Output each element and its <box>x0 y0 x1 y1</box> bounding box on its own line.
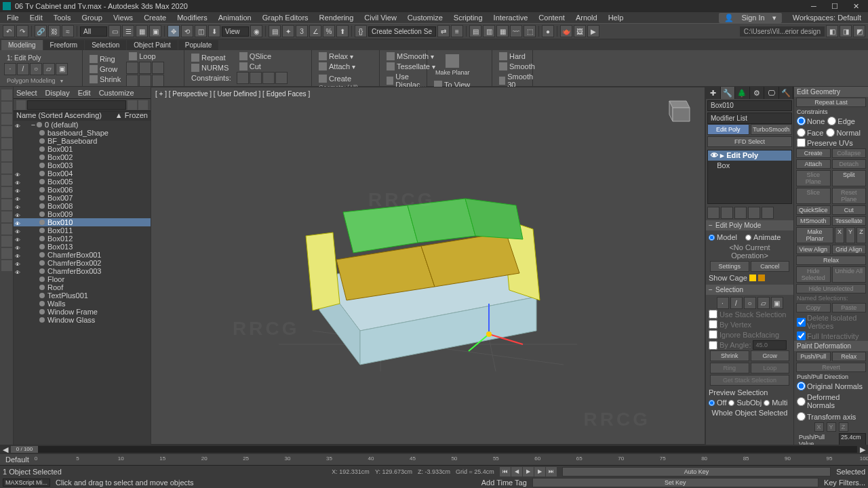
delisovert-check[interactable] <box>797 318 806 327</box>
stack-unique-button[interactable] <box>734 207 747 219</box>
ffdselect-preset-button[interactable]: FFD Select <box>707 136 792 147</box>
model-radio[interactable] <box>709 235 715 241</box>
extra2-button[interactable]: ◨ <box>840 25 852 37</box>
leftbtn-3[interactable] <box>1 114 12 125</box>
eg-slice-button[interactable]: Slice <box>796 188 831 204</box>
eg-gridalign-button[interactable]: Grid Align <box>832 245 867 254</box>
leftbtn-15[interactable] <box>1 260 12 271</box>
constraint-none-button[interactable] <box>237 72 249 84</box>
sel-grow-button[interactable]: Grow <box>751 350 790 361</box>
sel-loop-button[interactable]: Loop <box>751 363 790 373</box>
prevsel-subobj[interactable] <box>728 400 734 406</box>
redo-button[interactable]: ↷ <box>16 25 28 37</box>
eg-viewalign-button[interactable]: View Align <box>796 245 831 254</box>
eg-resetplane-button[interactable]: Reset Plane <box>832 188 867 204</box>
select-button[interactable]: ▭ <box>108 25 121 37</box>
leftbtn-14[interactable] <box>1 248 12 259</box>
eg-msmooth-button[interactable]: MSmooth <box>796 216 831 226</box>
stack-config-button[interactable] <box>762 207 774 219</box>
prev-frame-button[interactable]: ◀ <box>511 467 522 476</box>
relax-button[interactable]: Relax▾ <box>316 52 358 61</box>
sel-vertex-button[interactable]: · <box>717 297 729 309</box>
menu-arnold[interactable]: Arnold <box>570 14 603 22</box>
sel-edge-button[interactable]: / <box>730 297 743 309</box>
scene-view-icon[interactable] <box>138 100 148 110</box>
schematic-button[interactable]: ⬚ <box>524 25 536 37</box>
leftbtn-12[interactable] <box>1 224 12 235</box>
extra3-button[interactable]: ◩ <box>853 25 865 37</box>
placement-button[interactable]: ⬇ <box>208 25 220 37</box>
menu-edit[interactable]: Edit <box>24 14 48 22</box>
tree-item-ChamferBox001[interactable]: ChamferBox001 <box>14 251 151 259</box>
turbosmooth-preset-button[interactable]: TurboSmooth <box>751 124 793 135</box>
render-setup-button[interactable]: 🫖 <box>560 25 572 37</box>
manipulate-button[interactable]: ✦ <box>282 25 294 37</box>
tree-item-Window-Frame[interactable]: Window Frame <box>14 308 151 316</box>
tab-freeform[interactable]: Freeform <box>43 40 85 50</box>
window-crossing-button[interactable]: ▣ <box>149 25 161 37</box>
viewport[interactable]: [ + ] [ Perspective ] [ User Defined ] [… <box>151 87 705 445</box>
select-rect-button[interactable]: ▦ <box>136 25 148 37</box>
cage-color2[interactable] <box>758 274 765 281</box>
coord-z[interactable]: Z: -3.933cm <box>418 468 450 475</box>
nurms-button[interactable]: NURMS <box>189 63 234 73</box>
menu-animation[interactable]: Animation <box>213 14 257 22</box>
loop-button[interactable]: Loop <box>126 52 164 61</box>
percent-snap-button[interactable]: % <box>323 25 335 37</box>
modsel6-button[interactable] <box>152 75 164 87</box>
angle-snap-button[interactable]: ∠ <box>309 25 321 37</box>
curve-editor-button[interactable]: 〰 <box>510 25 522 37</box>
menu-scripting[interactable]: Scripting <box>448 14 488 22</box>
viewport-label[interactable]: [ + ] [ Perspective ] [ User Defined ] [… <box>155 90 310 98</box>
cmd-motion-tab[interactable]: ⚙ <box>750 87 765 99</box>
toggle-layer-button[interactable]: ▥ <box>483 25 495 37</box>
stack-editpoly[interactable]: 👁 ▸ Edit Poly <box>708 150 791 161</box>
eg-relax-button[interactable]: Relax <box>796 256 866 265</box>
cons-face[interactable] <box>797 128 806 137</box>
modifier-list-dropdown[interactable]: Modifier List <box>707 113 792 124</box>
cancel-button[interactable]: Cancel <box>751 261 790 272</box>
tree-item-Floor[interactable]: Floor <box>14 275 151 283</box>
menu-tools[interactable]: Tools <box>48 14 77 22</box>
hard-button[interactable]: Hard <box>496 52 538 61</box>
pushpull-button[interactable]: Push/Pull <box>796 352 831 361</box>
autokey-button[interactable]: Auto Key <box>562 467 831 476</box>
tree-item-Box009[interactable]: Box009 <box>14 210 151 218</box>
object-name-field[interactable]: Box010 <box>707 100 792 111</box>
leftbtn-11[interactable] <box>1 211 12 222</box>
pivot-button[interactable]: ◉ <box>250 25 262 37</box>
tree-item-Box008[interactable]: Box008 <box>14 202 151 210</box>
toggle-explorer-button[interactable]: ▤ <box>469 25 481 37</box>
makeplanar-big-button[interactable]: Make Planar <box>431 52 474 77</box>
stack-box[interactable]: Box <box>708 161 791 170</box>
eg-y-button[interactable]: Y <box>846 227 855 243</box>
editpolymode-rollout[interactable]: Edit Poly Mode <box>706 220 793 230</box>
play-button[interactable]: ▶ <box>523 467 534 476</box>
border-subobj-button[interactable]: ○ <box>30 63 42 75</box>
settings-button[interactable]: Settings <box>710 261 749 272</box>
editpoly-preset-button[interactable]: Edit Poly <box>707 124 749 135</box>
repeat-button[interactable]: Repeat <box>189 53 234 62</box>
eg-unhideall-button[interactable]: Unhide All <box>832 266 867 283</box>
tree-item-Box013[interactable]: Box013 <box>14 243 151 251</box>
element-subobj-button[interactable]: ▣ <box>56 63 68 75</box>
spinner-snap-button[interactable]: ⬆ <box>336 25 349 37</box>
cons-none[interactable] <box>797 117 806 125</box>
snap-toggle-button[interactable]: 3 <box>296 25 308 37</box>
tree-item-Box012[interactable]: Box012 <box>14 235 151 243</box>
tree-item-0-(default)[interactable]: −0 (default) <box>14 121 151 129</box>
ignoreback-check[interactable] <box>709 330 717 339</box>
cmd-modify-tab[interactable]: 🔧 <box>721 87 736 99</box>
render-button[interactable]: ▶ <box>587 25 599 37</box>
menu-interactive[interactable]: Interactive <box>488 14 534 22</box>
cut-button[interactable]: Cut <box>237 62 288 71</box>
eg-copy-button[interactable]: Copy <box>796 303 831 312</box>
axis-z-button[interactable]: Z <box>839 422 848 432</box>
orignorm-radio[interactable] <box>797 382 806 390</box>
tree-item-Box005[interactable]: Box005 <box>14 178 151 186</box>
eg-x-button[interactable]: X <box>835 227 844 243</box>
tree-item-Box003[interactable]: Box003 <box>14 161 151 169</box>
eg-split-button[interactable]: Split <box>832 170 867 186</box>
revert-button[interactable]: Revert <box>796 363 866 372</box>
leftbtn-9[interactable] <box>1 187 12 198</box>
